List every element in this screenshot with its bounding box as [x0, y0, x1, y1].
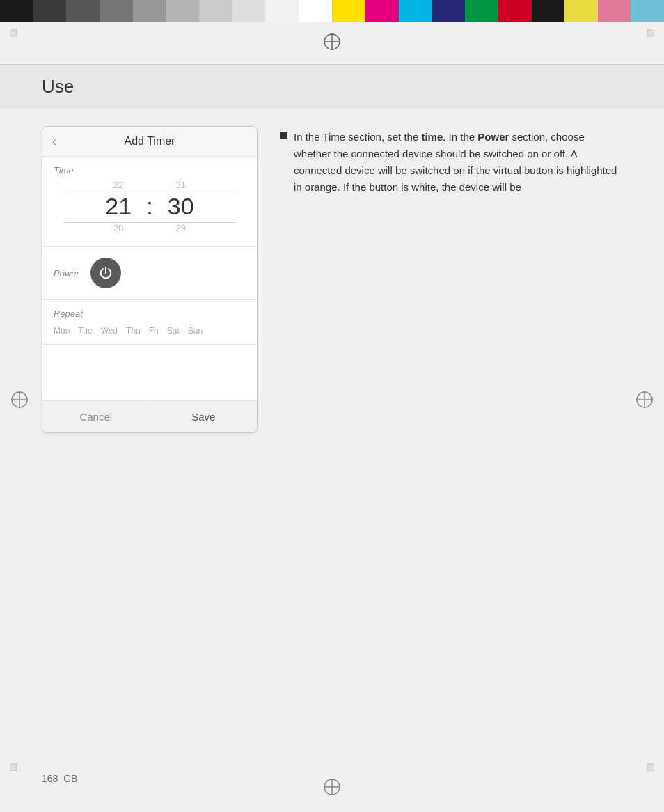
- time-picker[interactable]: 22 21 20 : 31 30 29: [42, 175, 257, 240]
- svg-rect-12: [647, 764, 654, 771]
- color-swatch-mid-gray2: [133, 0, 166, 22]
- phone-header: ‹ Add Timer: [42, 127, 257, 157]
- hour-below: 20: [113, 221, 123, 235]
- svg-rect-4: [647, 29, 654, 36]
- bullet-text-mid: . In the: [443, 131, 477, 143]
- color-swatch-dark-blue: [432, 0, 466, 22]
- time-label: Time: [42, 162, 257, 175]
- power-section: Power: [42, 247, 257, 300]
- day-sat[interactable]: Sat: [167, 326, 180, 336]
- phone-mockup: ‹ Add Timer Time 22 21 20 : 31 30 29: [42, 126, 258, 433]
- color-swatch-yellow: [333, 0, 366, 22]
- color-swatch-light-gray1: [166, 0, 199, 22]
- reg-mark-top-right: [638, 29, 654, 49]
- minute-selected: 30: [168, 192, 194, 221]
- color-swatch-pink: [598, 0, 631, 22]
- color-swatch-yellow2: [564, 0, 598, 22]
- time-separator: :: [146, 193, 152, 220]
- day-wed[interactable]: Wed: [101, 326, 118, 336]
- reg-mark-top-left: [10, 29, 26, 49]
- color-swatch-red: [498, 0, 532, 22]
- reg-mark-right: [635, 390, 654, 412]
- bullet-text-1: In the Time section, set the time. In th…: [294, 129, 622, 196]
- color-swatch-black: [0, 0, 33, 22]
- color-swatch-magenta: [365, 0, 399, 22]
- back-button[interactable]: ‹: [52, 134, 56, 149]
- minute-above: 31: [175, 178, 185, 192]
- power-label: Power: [54, 268, 79, 279]
- color-bar: [0, 0, 664, 22]
- bullet-text-bold2: Power: [477, 131, 509, 143]
- color-swatch-lighter-gray: [232, 0, 266, 22]
- color-swatch-dark-gray2: [66, 0, 100, 22]
- color-swatch-white: [299, 0, 333, 22]
- hour-selected: 21: [105, 192, 132, 221]
- color-swatch-green: [465, 0, 498, 22]
- color-swatch-dark-gray1: [33, 0, 67, 22]
- repeat-section: Repeat Mon Tue Wed Thu Fri Sat Sun: [42, 300, 257, 345]
- main-content: ‹ Add Timer Time 22 21 20 : 31 30 29: [0, 109, 664, 450]
- bullet-item-1: In the Time section, set the time. In th…: [280, 129, 622, 196]
- reg-mark-left: [10, 390, 29, 412]
- color-swatch-cyan: [399, 0, 432, 22]
- color-swatch-light-blue: [631, 0, 664, 22]
- page-number: 168: [42, 773, 58, 784]
- section-header: Use: [0, 64, 664, 109]
- day-tue[interactable]: Tue: [78, 326, 92, 336]
- power-button[interactable]: [90, 258, 121, 288]
- svg-rect-0: [10, 29, 17, 36]
- phone-title: Add Timer: [125, 135, 175, 148]
- text-content: In the Time section, set the time. In th…: [280, 126, 622, 433]
- color-swatch-near-white: [265, 0, 299, 22]
- reg-mark-top-center: [322, 32, 342, 54]
- day-mon[interactable]: Mon: [54, 326, 70, 336]
- bullet-icon: [280, 132, 287, 139]
- day-sun[interactable]: Sun: [188, 326, 203, 336]
- svg-rect-11: [10, 764, 17, 771]
- repeat-label: Repeat: [54, 309, 246, 319]
- phone-actions: Cancel Save: [42, 400, 257, 432]
- day-thu[interactable]: Thu: [126, 326, 141, 336]
- power-icon: [98, 265, 113, 281]
- cancel-button[interactable]: Cancel: [42, 401, 150, 432]
- corner-mark-bottom-left: [10, 757, 24, 774]
- color-swatch-light-gray2: [199, 0, 232, 22]
- corner-mark-bottom-right: [640, 757, 654, 774]
- minute-column: 31 30 29: [153, 178, 209, 235]
- section-title: Use: [42, 76, 74, 97]
- minute-below: 29: [175, 221, 185, 235]
- bullet-text-bold1: time: [421, 131, 443, 143]
- days-row: Mon Tue Wed Thu Fri Sat Sun: [54, 326, 246, 336]
- phone-spacer: [42, 345, 257, 400]
- language-code: GB: [63, 773, 77, 784]
- reg-mark-bottom-center: [322, 777, 342, 799]
- hour-above: 22: [113, 178, 123, 192]
- save-button[interactable]: Save: [150, 401, 258, 432]
- hour-column: 22 21 20: [90, 178, 146, 235]
- day-fri[interactable]: Fri: [149, 326, 159, 336]
- page-footer: 168 GB: [42, 773, 77, 784]
- bullet-text-pre: In the Time section, set the: [294, 131, 421, 143]
- color-swatch-mid-gray1: [100, 0, 133, 22]
- color-swatch-black2: [532, 0, 565, 22]
- time-section: Time 22 21 20 : 31 30 29: [42, 157, 257, 247]
